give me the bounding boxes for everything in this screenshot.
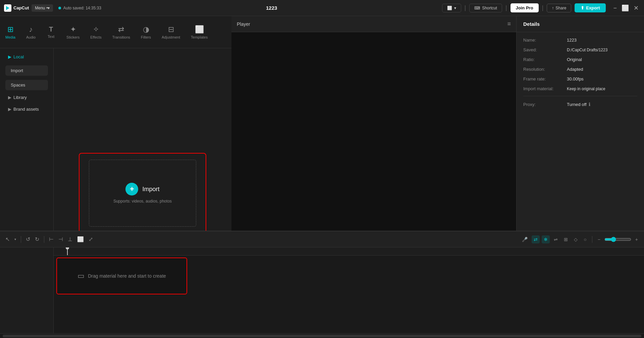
monitor-dropdown: ▾: [454, 6, 456, 10]
split-right-button[interactable]: ⊥: [66, 235, 74, 244]
nav-tab-adjustment[interactable]: ⊟ Adjustment: [156, 16, 185, 48]
detail-divider: [523, 96, 637, 96]
timeline-labels: [0, 247, 54, 333]
templates-icon: ⬜: [195, 25, 204, 34]
import-plus-button[interactable]: +: [125, 183, 138, 195]
timeline-drag-drop-zone[interactable]: ▭ Drag material here and start to create: [56, 258, 187, 294]
detail-row-saved: Saved: D:/CapCut Drafts/1223: [523, 47, 637, 52]
details-title: Details: [523, 21, 540, 27]
keyframe-button[interactable]: ◇: [572, 235, 580, 243]
select-dropdown[interactable]: ▾: [13, 236, 17, 242]
share-button[interactable]: ↑ Share: [547, 4, 571, 12]
timeline-toolbar: ↖ ▾ ↺ ↻ ⊢ ⊣ ⊥ ⬜ ⤢ 🎤 ⇄ ❄ ⇌ ⊞ ◇ ○ − +: [0, 231, 644, 247]
window-minimize-button[interactable]: −: [612, 5, 618, 11]
text-icon: T: [49, 25, 53, 33]
autosave-indicator: Auto saved: 14:35:33: [58, 6, 101, 10]
adjustment-icon: ⊟: [168, 25, 174, 34]
project-title: 1223: [104, 5, 439, 11]
brand-assets-arrow: ▶: [8, 107, 11, 112]
nav-tab-media[interactable]: ⊞ Media: [0, 16, 21, 48]
toolbar-separator-3: [592, 236, 592, 243]
split-center-button[interactable]: ⊣: [57, 235, 64, 244]
stickers-icon: ✦: [70, 25, 76, 34]
align-button[interactable]: ⊞: [562, 235, 570, 243]
player-title: Player: [237, 21, 250, 27]
import-drop-zone[interactable]: + Import Supports: videos, audios, photo…: [89, 160, 196, 227]
window-controls: − ⬜ ✕: [612, 5, 640, 11]
needle-head: [66, 247, 69, 249]
media-icon: ⊞: [7, 25, 13, 34]
window-close-button[interactable]: ✕: [632, 5, 640, 11]
zoom-slider[interactable]: [604, 237, 631, 242]
detail-row-proxy: Proxy: Turned off ℹ: [523, 102, 637, 107]
undo-button[interactable]: ↺: [24, 235, 32, 244]
nav-tab-filters[interactable]: ◑ Filters: [136, 16, 156, 48]
nav-tab-templates[interactable]: ⬜ Templates: [185, 16, 213, 48]
import-box[interactable]: + Import Supports: videos, audios, photo…: [79, 153, 206, 233]
detail-row-resolution: Resolution: Adapted: [523, 67, 637, 72]
shortcut-button[interactable]: ⌨ Shortcut: [469, 4, 502, 12]
keyboard-icon: ⌨: [474, 6, 480, 10]
timeline-right-tools: 🎤 ⇄ ❄ ⇌ ⊞ ◇ ○ − +: [520, 235, 640, 243]
app-logo: CapCut: [4, 4, 29, 12]
sidebar-item-local[interactable]: ▶ Local: [3, 52, 51, 62]
drag-icon: ▭: [77, 272, 85, 280]
scrollbar-track[interactable]: [3, 335, 641, 337]
audio-icon: ♪: [29, 25, 33, 34]
export-button[interactable]: ⬆ Export: [575, 3, 606, 12]
detail-row-ratio: Ratio: Original: [523, 57, 637, 62]
import-label: Import: [142, 186, 159, 193]
titlebar-right: ⬜ ▾ | ⌨ Shortcut | Join Pro | ↑ Share ⬆ …: [442, 3, 640, 12]
transform-button[interactable]: ⤢: [87, 235, 94, 244]
link-clips-button[interactable]: ⇄: [532, 235, 540, 243]
join-pro-button[interactable]: Join Pro: [511, 3, 539, 12]
filters-icon: ◑: [143, 25, 149, 34]
mic-button[interactable]: 🎤: [520, 235, 530, 243]
nav-tab-audio[interactable]: ♪ Audio: [21, 16, 41, 48]
sidebar-item-library[interactable]: ▶ Library: [3, 92, 51, 103]
app-name: CapCut: [13, 5, 29, 10]
titlebar: CapCut Menu •▾ Auto saved: 14:35:33 1223…: [0, 0, 644, 16]
nav-tabs-row: ⊞ Media ♪ Audio T Text ✦ Stickers ✧ Effe…: [0, 16, 231, 48]
separator-2: |: [505, 4, 507, 11]
transitions-icon: ⇄: [118, 25, 124, 34]
drag-text: Drag material here and start to create: [88, 273, 166, 279]
timeline-panel: ↖ ▾ ↺ ↻ ⊢ ⊣ ⊥ ⬜ ⤢ 🎤 ⇄ ❄ ⇌ ⊞ ◇ ○ − +: [0, 231, 644, 338]
nav-tab-transitions[interactable]: ⇄ Transitions: [107, 16, 136, 48]
nav-tab-text[interactable]: T Text: [41, 16, 61, 48]
detail-row-framerate: Frame rate: 30.00fps: [523, 76, 637, 81]
select-tool-button[interactable]: ↖: [4, 235, 11, 244]
snap-button[interactable]: ○: [582, 235, 588, 243]
autosave-dot: [58, 7, 61, 9]
window-maximize-button[interactable]: ⬜: [620, 5, 630, 11]
timeline-body: ▭ Drag material here and start to create: [0, 247, 644, 333]
sidebar-item-brand-assets[interactable]: ▶ Brand assets: [3, 104, 51, 114]
export-icon: ⬆: [581, 5, 584, 10]
toolbar-separator-1: [21, 236, 21, 243]
unlink-button[interactable]: ⇌: [552, 235, 560, 243]
sidebar-spaces-button[interactable]: Spaces: [5, 80, 48, 90]
menu-button[interactable]: Menu •▾: [32, 4, 53, 12]
player-header: Player ≡: [231, 16, 516, 32]
zoom-in-button[interactable]: +: [633, 235, 640, 243]
proxy-info-icon[interactable]: ℹ: [589, 102, 590, 107]
crop-button[interactable]: ⬜: [76, 235, 85, 244]
import-support-text: Supports: videos, audios, photos: [113, 199, 172, 204]
monitor-icon-btn[interactable]: ⬜ ▾: [442, 4, 461, 12]
player-menu-icon[interactable]: ≡: [507, 20, 511, 27]
split-left-button[interactable]: ⊢: [48, 235, 55, 244]
timeline-scrollbar[interactable]: [0, 333, 644, 338]
separator-3: |: [542, 4, 544, 11]
zoom-out-button[interactable]: −: [596, 235, 602, 243]
app-logo-icon: [4, 4, 11, 12]
freeze-button[interactable]: ❄: [542, 235, 550, 243]
nav-tab-stickers[interactable]: ✦ Stickers: [61, 16, 85, 48]
sidebar-import-button[interactable]: Import: [5, 65, 48, 76]
local-arrow: ▶: [8, 54, 11, 59]
details-header: Details: [517, 16, 644, 32]
nav-tab-effects[interactable]: ✧ Effects: [85, 16, 107, 48]
effects-icon: ✧: [93, 25, 99, 34]
redo-button[interactable]: ↻: [34, 235, 41, 244]
detail-row-name: Name: 1223: [523, 38, 637, 43]
timeline-needle[interactable]: [67, 247, 68, 255]
